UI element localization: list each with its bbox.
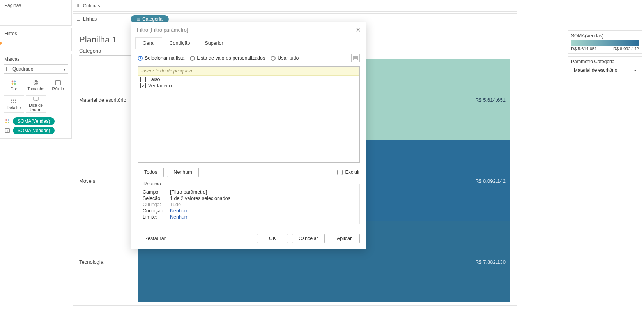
- svg-rect-14: [34, 97, 38, 100]
- tab-condition[interactable]: Condição: [162, 37, 198, 49]
- summary-wildcard-value: Tudo: [170, 202, 181, 207]
- apply-button[interactable]: Aplicar: [329, 234, 360, 243]
- svg-point-9: [13, 100, 14, 101]
- svg-point-5: [35, 82, 37, 84]
- marks-color-label: Cor: [11, 87, 17, 91]
- cancel-button[interactable]: Cancelar: [292, 234, 325, 243]
- checkbox-icon: [337, 170, 343, 175]
- summary-condition-link[interactable]: Nenhum: [170, 208, 188, 214]
- filters-title: Filtros: [0, 28, 71, 39]
- size-icon: [32, 79, 39, 86]
- svg-point-13: [15, 102, 16, 103]
- tooltip-icon: [33, 96, 39, 102]
- marks-size-label: Tamanho: [27, 87, 44, 91]
- list-item[interactable]: ✓ Verdadeiro: [140, 83, 357, 89]
- list-icon: [353, 56, 358, 60]
- marks-label-button[interactable]: T Rótulo: [48, 77, 68, 94]
- marks-size-button[interactable]: Tamanho: [26, 77, 46, 94]
- filters-shelf[interactable]: Filtros: [0, 28, 72, 51]
- viz-row-label: Tecnologia: [79, 259, 138, 265]
- pill-soma-vendas-label[interactable]: SOMA(Vendas): [13, 127, 55, 134]
- svg-point-1: [14, 81, 16, 83]
- search-input[interactable]: Inserir texto de pesquisa: [138, 67, 359, 76]
- checkbox-icon[interactable]: ✓: [140, 83, 146, 88]
- square-icon: [6, 67, 10, 71]
- parameter-title: Parâmetro Categoria: [571, 59, 639, 64]
- summary-limit-link[interactable]: Nenhum: [170, 214, 188, 220]
- dimension-icon: [137, 18, 140, 21]
- label-icon: T: [55, 79, 61, 86]
- viz-bar-value: R$ 8.092.142: [475, 178, 506, 184]
- svg-point-18: [8, 122, 9, 123]
- summary-field-value: [Filtro parâmetro]: [170, 189, 207, 195]
- checkbox-icon[interactable]: [140, 77, 146, 82]
- svg-point-10: [15, 100, 16, 101]
- marks-detail-button[interactable]: Detalhe: [4, 95, 24, 113]
- worksheet-axis-label: Categoria: [79, 48, 134, 56]
- chevron-down-icon: ▾: [634, 68, 636, 72]
- pill-soma-vendas-color[interactable]: SOMA(Vendas): [13, 117, 55, 125]
- columns-shelf[interactable]: Colunas: [73, 0, 517, 12]
- summary-fieldset: Resumo Campo:[Filtro parâmetro] Seleção:…: [138, 184, 360, 224]
- exclude-checkbox[interactable]: Excluir: [337, 170, 360, 175]
- legend-max: R$ 8.092.142: [613, 46, 639, 51]
- label-glyph-icon: T: [4, 128, 11, 133]
- list-options-button[interactable]: [351, 54, 360, 62]
- close-icon[interactable]: ✕: [356, 26, 361, 34]
- tab-general[interactable]: Geral: [135, 37, 162, 49]
- svg-text:T: T: [7, 129, 9, 132]
- columns-label: Colunas: [83, 3, 100, 9]
- tab-top[interactable]: Superior: [197, 37, 230, 49]
- radio-custom-list[interactable]: Lista de valores personalizados: [190, 55, 265, 61]
- color-icon: [11, 79, 17, 86]
- svg-point-4: [34, 81, 38, 85]
- marks-detail-label: Detalhe: [7, 105, 21, 110]
- color-glyph-icon: [4, 118, 11, 124]
- marks-tooltip-label: Dica de ferram.: [26, 103, 46, 112]
- svg-point-12: [13, 102, 14, 103]
- svg-point-15: [5, 119, 7, 121]
- viz-bar-value: R$ 7.882.130: [475, 259, 506, 265]
- summary-legend: Resumo: [142, 181, 163, 187]
- marks-card: Marcas Quadrado ▾ Cor Tamanho: [0, 54, 72, 139]
- summary-selection-value: 1 de 2 valores selecionados: [170, 196, 230, 201]
- radio-use-all[interactable]: Usar tudo: [271, 55, 299, 61]
- parameter-value: Material de escritório: [574, 67, 617, 73]
- filter-values-list: Inserir texto de pesquisa Falso ✓ Verdad…: [138, 66, 360, 163]
- select-none-button[interactable]: Nenhum: [167, 168, 198, 177]
- reset-button[interactable]: Restaurar: [138, 234, 172, 243]
- rows-icon: [77, 16, 81, 22]
- svg-point-2: [12, 83, 14, 85]
- select-all-button[interactable]: Todos: [138, 168, 164, 177]
- marks-color-button[interactable]: Cor: [4, 77, 24, 94]
- svg-point-16: [8, 119, 9, 121]
- columns-icon: [77, 3, 81, 9]
- radio-icon: [138, 56, 143, 61]
- svg-point-0: [12, 81, 14, 83]
- radio-select-from-list[interactable]: Selecionar na lista: [138, 55, 184, 61]
- marks-tooltip-button[interactable]: Dica de ferram.: [26, 95, 46, 113]
- list-item[interactable]: Falso: [140, 76, 357, 83]
- legend-title: SOMA(Vendas): [571, 33, 639, 39]
- legend-min: R$ 5.614.651: [571, 46, 597, 51]
- viz-bar-value: R$ 5.614.651: [475, 97, 506, 103]
- svg-point-11: [11, 102, 12, 103]
- color-legend[interactable]: SOMA(Vendas) R$ 5.614.651 R$ 8.092.142: [568, 30, 642, 54]
- svg-point-17: [5, 122, 7, 123]
- rows-label: Linhas: [83, 16, 97, 22]
- radio-icon: [190, 56, 195, 61]
- marks-pill-row-color[interactable]: SOMA(Vendas): [0, 117, 71, 126]
- dialog-title: Filtro [Filtro parâmetro]: [137, 27, 188, 33]
- parameter-control: Parâmetro Categoria Material de escritór…: [568, 56, 642, 77]
- dialog-tabs: Geral Condição Superior: [131, 37, 366, 49]
- parameter-dropdown[interactable]: Material de escritório ▾: [571, 66, 639, 74]
- chevron-down-icon: ▾: [64, 67, 65, 71]
- marks-pill-row-label[interactable]: T SOMA(Vendas): [0, 126, 71, 135]
- mark-type-label: Quadrado: [12, 66, 33, 72]
- svg-point-8: [11, 100, 12, 101]
- pages-shelf[interactable]: Páginas: [0, 0, 72, 26]
- mark-type-dropdown[interactable]: Quadrado ▾: [4, 64, 68, 74]
- filter-dialog: Filtro [Filtro parâmetro] ✕ Geral Condiç…: [131, 22, 366, 249]
- detail-icon: [11, 98, 17, 104]
- ok-button[interactable]: OK: [257, 234, 288, 243]
